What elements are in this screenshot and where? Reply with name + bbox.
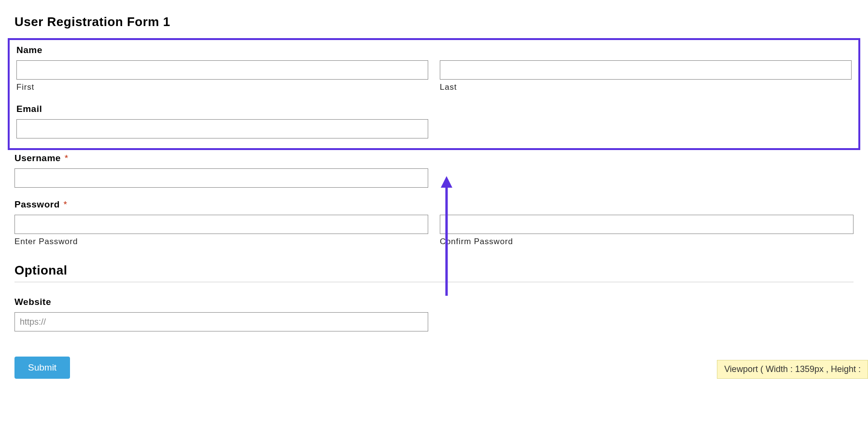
username-required-star: * [65,153,69,163]
name-label: Name [16,45,852,55]
password-label: Password * [14,199,854,210]
password-field-group: Password * Enter Password Confirm Passwo… [14,199,854,247]
name-input-row: First Last [16,60,852,92]
password-required-star: * [64,199,68,209]
username-label: Username * [14,153,854,164]
email-field-group: Email [16,104,852,138]
last-name-sublabel: Last [440,83,852,92]
form-container: User Registration Form 1 Name First Last [0,0,868,379]
website-field-group: Website [14,297,854,331]
password-label-text: Password [14,199,60,209]
first-name-sublabel: First [16,83,428,92]
annotation-highlight-box: Name First Last Email [8,38,860,150]
section-divider [14,282,854,282]
first-name-input[interactable] [16,60,428,80]
username-label-text: Username [14,153,61,163]
form-title: User Registration Form 1 [14,14,854,29]
username-field-group: Username * [14,153,854,188]
email-label: Email [16,104,852,114]
username-input-wrap [14,168,428,188]
first-name-column: First [16,60,428,92]
password-input-row: Enter Password Confirm Password [14,215,854,247]
email-input[interactable] [16,119,428,138]
confirm-password-column: Confirm Password [440,215,854,247]
email-input-wrap [16,119,428,138]
enter-password-input[interactable] [14,215,428,234]
last-name-column: Last [440,60,852,92]
enter-password-column: Enter Password [14,215,428,247]
website-label: Website [14,297,854,307]
confirm-password-input[interactable] [440,215,854,234]
viewport-badge: Viewport ( Width : 1359px , Height : [717,360,868,379]
website-input[interactable] [14,312,428,331]
last-name-input[interactable] [440,60,852,80]
submit-button[interactable]: Submit [14,357,70,379]
optional-section-heading: Optional [14,263,854,278]
website-input-wrap [14,312,428,331]
username-input[interactable] [14,168,428,188]
enter-password-sublabel: Enter Password [14,237,428,247]
confirm-password-sublabel: Confirm Password [440,237,854,247]
name-field-group: Name First Last [16,45,852,92]
